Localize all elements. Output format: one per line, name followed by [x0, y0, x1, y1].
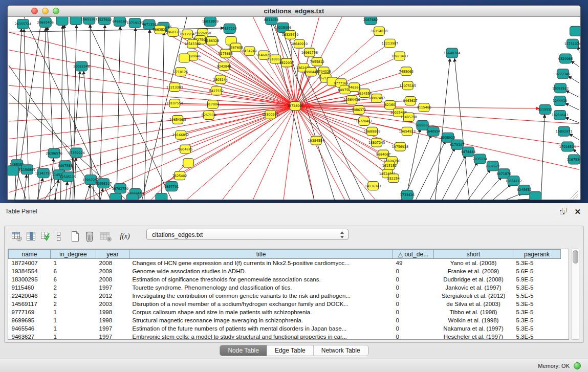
graph-node[interactable]: 16720407	[356, 117, 372, 125]
graph-node[interactable]: 17016504	[559, 142, 576, 151]
delete-trash-icon[interactable]	[82, 229, 97, 244]
scrollbar-thumb[interactable]	[573, 250, 578, 264]
graph-node[interactable]: 24355724	[15, 19, 31, 29]
window-resize-grip[interactable]	[571, 191, 578, 199]
float-panel-icon[interactable]	[559, 207, 567, 216]
graph-node[interactable]: 7485063	[399, 67, 413, 76]
graph-node[interactable]: 3624554	[357, 89, 372, 98]
graph-node[interactable]: 7857224	[223, 24, 237, 33]
new-table-icon[interactable]	[68, 229, 82, 244]
graph-node[interactable]: 8454749	[242, 47, 256, 55]
graph-node[interactable]: 7663822	[153, 25, 167, 34]
graph-node[interactable]: 9175685	[219, 49, 233, 58]
graph-node[interactable]: 14136141	[365, 182, 381, 190]
graph-node[interactable]: 917004	[207, 100, 219, 109]
column-header-short[interactable]: short	[434, 250, 513, 259]
graph-node[interactable]: 10688809	[364, 127, 380, 136]
graph-node[interactable]: 18640910	[291, 39, 308, 48]
column-header-year[interactable]: year	[96, 250, 129, 259]
graph-node[interactable]: 16782759	[112, 184, 128, 193]
graph-node[interactable]	[156, 193, 167, 200]
table-row[interactable]: 969969511998Structural magnetic resonanc…	[9, 316, 561, 324]
table-row[interactable]: 2242004622012Investigating the contribut…	[9, 292, 561, 300]
graph-node[interactable]: 9463627	[403, 97, 418, 105]
graph-node[interactable]: 18107554	[166, 99, 183, 108]
graph-node[interactable]: 16961758	[301, 48, 318, 57]
graph-node[interactable]: 16210643	[552, 110, 568, 120]
graph-node[interactable]: 9245652	[517, 185, 531, 195]
graph-node[interactable]	[570, 26, 580, 36]
graph-node[interactable]	[8, 166, 19, 176]
select-columns-icon[interactable]	[24, 229, 38, 244]
graph-node[interactable]: 12342757	[35, 168, 52, 178]
graph-node[interactable]: 11156869	[19, 165, 35, 174]
graph-node[interactable]: 1733426	[400, 190, 415, 200]
graph-node[interactable]: 8186328	[205, 36, 219, 45]
tab-edge-table[interactable]: Edge Table	[267, 345, 313, 356]
graph-node[interactable]: 10653267	[81, 17, 97, 24]
graph-node[interactable]: 9329966	[558, 54, 573, 63]
graph-node[interactable]: 1604675	[178, 145, 192, 154]
table-row[interactable]: 1456911722003Disruption of a novel membe…	[9, 300, 561, 308]
network-window-titlebar[interactable]: citations_edges.txt	[8, 6, 580, 17]
graph-node[interactable]	[110, 193, 122, 200]
graph-node[interactable]: 9242848	[217, 62, 231, 71]
graph-node[interactable]: 9115460	[417, 103, 431, 112]
graph-node[interactable]: 7625402	[172, 171, 187, 180]
graph-node[interactable]: 9097588	[58, 161, 72, 170]
graph-node[interactable]: 6466160	[113, 17, 127, 26]
graph-node[interactable]: 7632621	[486, 161, 500, 171]
graph-node[interactable]: 6179197	[450, 140, 464, 149]
tab-node-table[interactable]: Node Table	[220, 345, 267, 356]
graph-node[interactable]: 8822037	[279, 58, 294, 67]
graph-node[interactable]: 7986372	[352, 106, 366, 115]
graph-node[interactable]: 19756928	[392, 142, 408, 151]
table-selector-combo[interactable]: citations_edges.txt	[146, 229, 349, 240]
graph-node[interactable]: 8267110	[202, 111, 216, 119]
graph-node[interactable]	[56, 17, 68, 25]
graph-node[interactable]	[183, 159, 194, 167]
column-header-pagerank[interactable]: pagerank	[513, 250, 561, 259]
graph-node[interactable]: 7955812	[310, 57, 324, 66]
graph-node[interactable]: 746266	[348, 83, 360, 92]
graph-node[interactable]: 9857791	[164, 182, 179, 191]
graph-node[interactable]: 20206576	[46, 148, 62, 158]
graph-node[interactable]	[70, 17, 82, 25]
graph-node[interactable]: 9474444	[461, 147, 475, 157]
graph-node[interactable]: 19654985	[169, 115, 186, 124]
import-table-icon[interactable]	[38, 229, 53, 244]
tab-network-table[interactable]: Network Table	[313, 345, 368, 356]
graph-node[interactable]: 20053346	[73, 61, 90, 71]
graph-node[interactable]: 2087682	[363, 17, 378, 25]
graph-node[interactable]: 12505115	[59, 172, 76, 182]
table-row[interactable]: 977716911998Corpus callosum shape and si…	[9, 308, 561, 316]
graph-node[interactable]	[126, 194, 138, 200]
table-row[interactable]: 946362711997Embryonic stem cells: a mode…	[9, 333, 561, 340]
graph-node[interactable]: 9227349	[556, 69, 570, 79]
table-row[interactable]: 1872400712008Changes of HCN gene express…	[9, 259, 561, 267]
graph-node[interactable]: 16154838	[371, 27, 387, 35]
graph-node[interactable]: 1527602	[97, 17, 112, 25]
table-row[interactable]: 911546021997Tourette syndrome. Phenomeno…	[9, 283, 561, 292]
table-settings-icon[interactable]	[10, 229, 24, 244]
graph-node[interactable]: 1167534	[567, 155, 580, 164]
graph-node[interactable]: 1640954	[426, 126, 440, 136]
graph-node[interactable]: 10654112	[505, 176, 521, 186]
table-row[interactable]: 1830029562008Estimation of significance …	[9, 275, 561, 283]
graph-node[interactable]: 8813054	[264, 17, 278, 25]
graph-node[interactable]: 15751074	[564, 39, 580, 49]
graph-node[interactable]: 5960123	[166, 28, 180, 36]
column-header-in_degree[interactable]: in_degree	[51, 250, 96, 259]
graph-node[interactable]: 8427552	[209, 86, 224, 95]
close-panel-icon[interactable]: ✕	[574, 208, 581, 215]
function-builder-icon[interactable]: f(x)	[116, 229, 134, 244]
column-header-title[interactable]: title	[129, 250, 393, 259]
table-row[interactable]: 946554611997Estimation of the future num…	[9, 324, 561, 333]
graph-node[interactable]: 12093582	[552, 83, 569, 93]
graph-node[interactable]: 1244419	[553, 96, 567, 106]
graph-node[interactable]: 10958107	[95, 179, 112, 188]
graph-node[interactable]: 62160	[385, 101, 396, 110]
table-row[interactable]: 1938455462009Genome-wide association stu…	[9, 267, 561, 275]
graph-node[interactable]: 10719135	[127, 18, 143, 28]
graph-node[interactable]: 19654923	[399, 127, 416, 136]
